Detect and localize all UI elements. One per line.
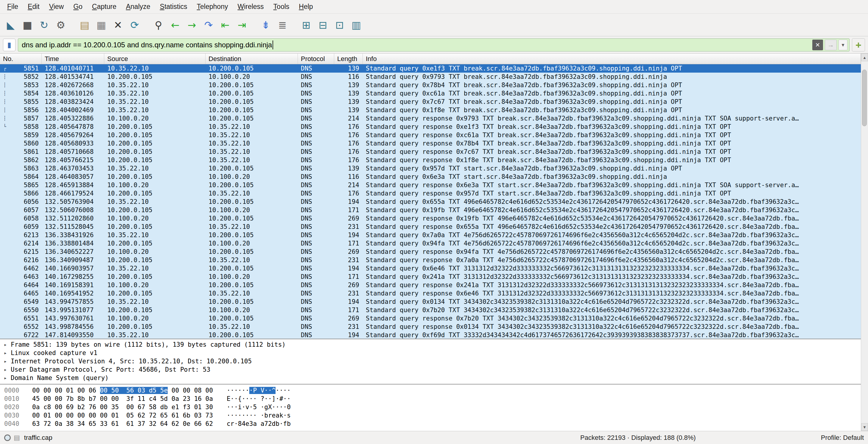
column-header-source[interactable]: Source (104, 54, 206, 64)
menu-tools[interactable]: Tools (269, 1, 294, 12)
packet-row[interactable]: 5863 128.463703453 10.35.22.10 10.200.0.… (0, 164, 861, 173)
open-file-icon[interactable]: ▤ (77, 17, 92, 33)
display-filter-input[interactable]: dns and ip.addr == 10.200.0.105 and dns.… (18, 38, 849, 52)
column-header-length[interactable]: Length (334, 54, 363, 64)
packet-row[interactable]: ┆5857 128.405322886 10.100.0.20 10.200.0… (0, 114, 861, 123)
packet-row[interactable]: 5861 128.405710668 10.200.0.105 10.35.22… (0, 147, 861, 156)
packet-row[interactable]: ┆5853 128.402672668 10.35.22.10 10.200.0… (0, 81, 861, 89)
menu-capture[interactable]: Capture (87, 1, 121, 12)
column-header-protocol[interactable]: Protocol (298, 54, 334, 64)
zoom-in-icon[interactable]: ⊞ (299, 17, 314, 33)
reload-file-icon[interactable]: ⟳ (127, 17, 143, 33)
expand-arrow-icon[interactable]: ▸ (0, 366, 11, 374)
packet-row[interactable]: 6463 140.167298255 10.200.0.105 10.100.0… (0, 273, 861, 281)
packet-row[interactable]: 5865 128.465913884 10.100.0.20 10.200.0.… (0, 181, 861, 189)
find-packet-icon[interactable]: ⚲ (151, 17, 166, 33)
packet-row[interactable]: 6722 147.814093550 10.35.22.10 10.200.0.… (0, 331, 861, 339)
packet-row[interactable]: 5860 128.405680933 10.200.0.105 10.35.22… (0, 139, 861, 147)
detail-line[interactable]: ▸ Frame 5851: 139 bytes on wire (1112 bi… (0, 340, 861, 349)
packet-row[interactable]: 6213 136.338431926 10.35.22.10 10.200.0.… (0, 231, 861, 239)
detail-line[interactable]: ▸ Linux cooked capture v1 (0, 349, 861, 357)
packet-row[interactable]: ┆5855 128.403823424 10.35.22.10 10.200.0… (0, 98, 861, 106)
packet-row[interactable]: 6056 132.505763904 10.35.22.10 10.200.0.… (0, 198, 861, 206)
first-packet-icon[interactable]: ⇤ (217, 17, 233, 33)
go-back-icon[interactable]: ← (167, 17, 183, 33)
hex-row[interactable]: 0030 00 01 00 00 00 00 00 01 05 62 72 65… (0, 411, 861, 420)
packet-row[interactable]: 5864 128.464083057 10.200.0.105 10.100.0… (0, 173, 861, 181)
go-to-packet-icon[interactable]: ↷ (201, 17, 216, 33)
detail-line[interactable]: ▸ Domain Name System (query) (0, 374, 861, 382)
restart-capture-icon[interactable]: ↻ (36, 17, 52, 33)
capture-options-icon[interactable]: ⚙ (53, 17, 68, 33)
clear-filter-button[interactable]: ✕ (812, 40, 823, 50)
menu-file[interactable]: File (2, 1, 23, 12)
packet-row[interactable]: 5859 128.405679264 10.200.0.105 10.35.22… (0, 131, 861, 139)
menu-analyze[interactable]: Analyze (121, 1, 155, 12)
hex-row[interactable]: 0020 0a c8 00 69 b2 76 00 35 00 67 58 db… (0, 403, 861, 411)
column-header-destination[interactable]: Destination (206, 54, 298, 64)
packet-row[interactable]: 6057 132.506076008 10.200.0.105 10.100.0… (0, 206, 861, 214)
zoom-out-icon[interactable]: ⊟ (315, 17, 331, 33)
menu-statistics[interactable]: Statistics (155, 1, 192, 12)
detail-line[interactable]: ▸ User Datagram Protocol, Src Port: 4568… (0, 366, 861, 374)
menu-telephony[interactable]: Telephony (192, 1, 233, 12)
scroll-down-icon[interactable]: ▼ (861, 423, 868, 431)
capture-comment-icon[interactable]: ▤ (14, 434, 20, 442)
expand-arrow-icon[interactable]: ▸ (0, 374, 11, 382)
scrollbar-thumb[interactable] (862, 70, 867, 126)
detail-line[interactable]: ▸ Internet Protocol Version 4, Src: 10.3… (0, 357, 861, 366)
scroll-up-icon[interactable]: ▲ (861, 54, 868, 61)
column-header-no[interactable]: No. (0, 54, 42, 64)
stop-capture-icon[interactable]: ■ (20, 17, 35, 33)
packet-row[interactable]: 6059 132.511528045 10.200.0.105 10.35.22… (0, 223, 861, 231)
last-packet-icon[interactable]: ⇥ (234, 17, 250, 33)
hex-row[interactable]: 0010 45 00 00 7b 8b b7 00 00 3f 11 c4 5d… (0, 395, 861, 403)
expand-arrow-icon[interactable]: ▸ (0, 357, 11, 366)
scrollbar-track[interactable] (861, 61, 868, 423)
packet-row[interactable]: 6058 132.511202860 10.100.0.20 10.200.0.… (0, 214, 861, 223)
filter-dropdown-icon[interactable]: ▾ (838, 40, 847, 50)
expand-arrow-icon[interactable]: ▸ (0, 340, 11, 349)
menu-edit[interactable]: Edit (23, 1, 44, 12)
expand-arrow-icon[interactable]: ▸ (0, 349, 11, 357)
menu-go[interactable]: Go (68, 1, 87, 12)
profile-selector[interactable]: Profile: Default (821, 434, 864, 442)
hex-row[interactable]: 0040 63 72 0a 38 34 65 33 61 61 37 32 64… (0, 420, 861, 428)
menu-view[interactable]: View (44, 1, 68, 12)
resize-columns-icon[interactable]: ▥ (348, 17, 364, 33)
packet-row[interactable]: 6216 136.340909487 10.200.0.105 10.35.22… (0, 256, 861, 264)
packet-row[interactable]: 6552 143.998784556 10.200.0.105 10.35.22… (0, 322, 861, 331)
menu-wireless[interactable]: Wireless (232, 1, 268, 12)
packet-row[interactable]: └5858 128.405647878 10.200.0.105 10.35.2… (0, 123, 861, 131)
packet-row[interactable]: 6215 136.340652227 10.100.0.20 10.200.0.… (0, 248, 861, 256)
packet-row[interactable]: 5862 128.405766215 10.200.0.105 10.35.22… (0, 156, 861, 164)
packet-row[interactable]: 6214 136.338801484 10.200.0.105 10.100.0… (0, 239, 861, 248)
hex-row[interactable]: 0000 00 00 00 01 00 06 00 50 56 03 d5 5e… (0, 386, 861, 395)
column-header-time[interactable]: Time (42, 54, 104, 64)
packet-row[interactable]: ┆5854 128.403610126 10.35.22.10 10.200.0… (0, 89, 861, 98)
filter-bookmark-icon[interactable]: ▮ (3, 39, 16, 51)
expert-info-icon[interactable] (4, 435, 11, 441)
packet-row[interactable]: ┌5851 128.401040711 10.35.22.10 10.200.0… (0, 64, 861, 73)
packet-row[interactable]: 6550 143.995131077 10.200.0.105 10.100.0… (0, 306, 861, 314)
packet-row[interactable]: ┆5852 128.401534741 10.200.0.105 10.100.… (0, 73, 861, 81)
packet-row[interactable]: 6462 140.166903957 10.35.22.10 10.200.0.… (0, 264, 861, 273)
packet-row[interactable]: 6549 143.994757855 10.35.22.10 10.200.0.… (0, 298, 861, 306)
close-file-icon[interactable]: ✕ (110, 17, 126, 33)
packet-row[interactable]: ┆5856 128.404002469 10.35.22.10 10.200.0… (0, 106, 861, 114)
go-forward-icon[interactable]: → (184, 17, 199, 33)
packet-row[interactable]: 6465 140.169541952 10.200.0.105 10.35.22… (0, 289, 861, 298)
vertical-scrollbar[interactable]: ▲ ▼ (861, 54, 868, 431)
start-capture-icon[interactable]: ◣ (3, 17, 19, 33)
colorize-icon[interactable]: ≣ (275, 17, 290, 33)
save-file-icon[interactable]: ▦ (94, 17, 109, 33)
add-filter-button[interactable]: + (852, 38, 865, 52)
packet-row[interactable]: 5866 128.466179524 10.200.0.105 10.35.22… (0, 189, 861, 198)
packet-row[interactable]: 6464 140.169158391 10.100.0.20 10.200.0.… (0, 281, 861, 289)
packet-row[interactable]: 6551 143.997630761 10.100.0.20 10.200.0.… (0, 314, 861, 322)
column-header-info[interactable]: Info (363, 54, 861, 64)
auto-scroll-icon[interactable]: ⇟ (258, 17, 274, 33)
zoom-original-icon[interactable]: ⊡ (332, 17, 347, 33)
apply-filter-button[interactable]: → (825, 40, 837, 50)
menu-help[interactable]: Help (294, 1, 317, 12)
